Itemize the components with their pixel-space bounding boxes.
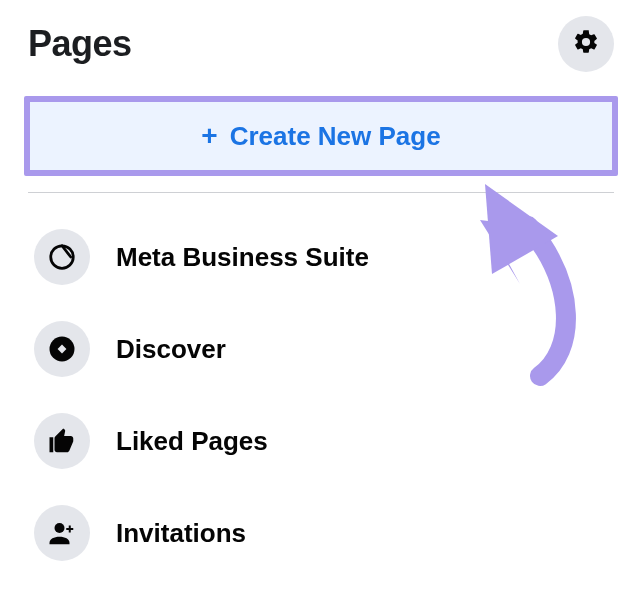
sidebar-item-label: Liked Pages	[116, 426, 268, 457]
sidebar-item-discover[interactable]: Discover	[28, 303, 624, 395]
sidebar-item-meta-business-suite[interactable]: Meta Business Suite	[28, 211, 624, 303]
thumbs-up-icon	[34, 413, 90, 469]
sidebar-list: Meta Business Suite Discover Liked Pages…	[0, 203, 642, 579]
create-page-highlight: + Create New Page	[24, 96, 618, 176]
person-add-icon	[34, 505, 90, 561]
create-new-page-label: Create New Page	[230, 121, 441, 152]
header: Pages	[0, 0, 642, 84]
create-new-page-button[interactable]: + Create New Page	[30, 102, 612, 170]
gear-icon	[572, 28, 600, 60]
sidebar-item-liked-pages[interactable]: Liked Pages	[28, 395, 624, 487]
meta-business-suite-icon	[34, 229, 90, 285]
sidebar-item-label: Meta Business Suite	[116, 242, 369, 273]
svg-point-3	[55, 523, 65, 533]
page-title: Pages	[28, 23, 132, 65]
plus-icon: +	[201, 122, 217, 150]
compass-icon	[34, 321, 90, 377]
sidebar-item-label: Invitations	[116, 518, 246, 549]
settings-button[interactable]	[558, 16, 614, 72]
divider	[28, 192, 614, 193]
sidebar-item-invitations[interactable]: Invitations	[28, 487, 624, 579]
sidebar-item-label: Discover	[116, 334, 226, 365]
